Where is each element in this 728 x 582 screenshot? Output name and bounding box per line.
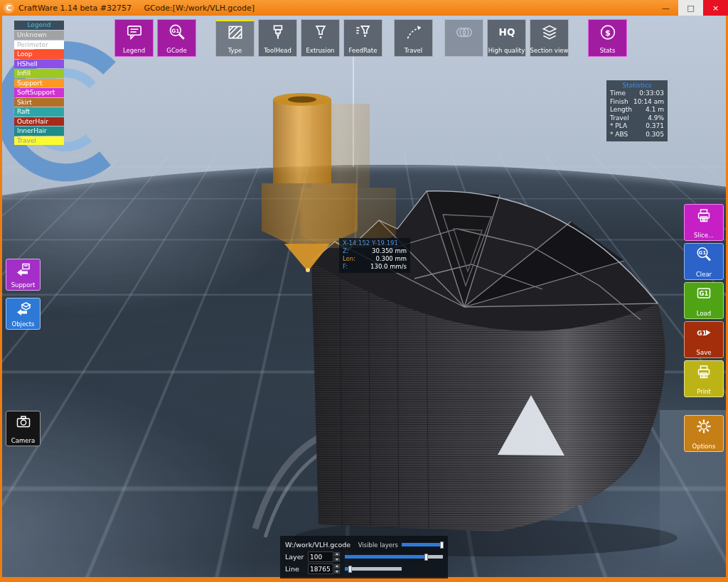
button-label: High quality — [488, 47, 525, 54]
section-layers-icon — [540, 23, 559, 42]
load-button[interactable]: G1 Load — [684, 282, 724, 319]
print-button[interactable]: Print — [684, 360, 724, 397]
extrusion-icon — [311, 23, 330, 42]
legend-item[interactable]: Perimeter — [14, 41, 64, 50]
tooltip-row: Z: 30.350 mm — [343, 247, 407, 255]
legend-icon — [125, 23, 144, 42]
gcode-file-path: W:/work/VLH.gcode — [285, 541, 358, 549]
button-label: FeedRate — [349, 47, 378, 54]
legend-item[interactable]: Travel — [14, 136, 64, 146]
slider-handle[interactable] — [424, 554, 428, 561]
high-quality-button[interactable]: HQ High quality — [487, 19, 526, 57]
layer-slider[interactable] — [345, 555, 443, 559]
layer-rings-icon — [455, 23, 473, 42]
button-label: ToolHead — [264, 47, 291, 54]
print-printer-icon — [695, 363, 712, 380]
spin-up-button[interactable] — [333, 564, 341, 569]
maximize-button[interactable]: □ — [678, 0, 703, 16]
type-hatch-icon — [226, 23, 245, 42]
visible-layers-label: Visible layers — [358, 541, 398, 549]
support-button[interactable]: Support — [6, 259, 41, 291]
section-view-button[interactable]: Section view — [530, 19, 569, 57]
support-back-icon — [15, 262, 32, 279]
spin-down-button[interactable] — [333, 569, 341, 575]
svg-text:G1: G1 — [171, 28, 179, 34]
button-label: Section view — [530, 47, 569, 54]
layer-spinner — [333, 551, 341, 562]
tooltip-row: Len: 0.300 mm — [343, 255, 407, 263]
legend-panel: Legend Unknown Perimeter Loop HShell Inf… — [14, 21, 64, 145]
tooltip-rows: Z: 30.350 mm Len: 0.300 mm F: 130.0 mm/s — [343, 247, 407, 271]
extrusion-button[interactable]: Extrusion — [301, 19, 340, 57]
legend-item[interactable]: OuterHair — [14, 117, 64, 126]
svg-text:G1: G1 — [697, 330, 707, 337]
load-gcode-icon: G1 — [695, 285, 712, 302]
legend-item[interactable]: InnerHair — [14, 126, 64, 136]
spin-up-button[interactable] — [333, 551, 341, 557]
button-label: Support — [11, 281, 36, 289]
layer-input[interactable] — [308, 551, 333, 562]
window-title: CraftWare 1.14 beta #32757 GCode:[W:/wor… — [18, 4, 255, 13]
options-gear-icon — [695, 418, 712, 435]
line-input[interactable] — [308, 564, 333, 574]
camera-icon — [15, 414, 32, 431]
statistics-row: * ABS 0.305 — [610, 131, 664, 139]
button-label: Legend — [123, 47, 145, 54]
legend-title: Legend — [14, 21, 64, 30]
button-label: Travel — [405, 47, 422, 54]
stats-dollar-icon: $ — [599, 23, 617, 42]
toolhead-button[interactable]: ToolHead — [258, 19, 297, 57]
button-label: Objects — [11, 320, 34, 328]
type-button[interactable]: Type — [215, 19, 255, 57]
gcode-magnifier-icon: G1 — [168, 23, 186, 42]
slider-handle[interactable] — [348, 566, 352, 573]
legend-item[interactable]: Support — [14, 79, 64, 88]
options-button[interactable]: Options — [684, 415, 724, 452]
objects-button[interactable]: Objects — [6, 298, 41, 330]
clear-gcode-icon: G1 — [695, 246, 712, 263]
camera-button[interactable]: Camera — [6, 411, 41, 446]
legend-item[interactable]: HShell — [14, 60, 64, 69]
save-button[interactable]: G1 Save — [684, 321, 724, 358]
button-label: Load — [697, 310, 711, 317]
button-label: Slice... — [694, 232, 714, 239]
line-slider[interactable] — [345, 567, 402, 571]
statistics-row: Length 4.1 m — [610, 106, 664, 114]
tooltip-row: F: 130.0 mm/s — [343, 263, 407, 271]
stats-button[interactable]: $ Stats — [588, 19, 627, 57]
legend-button[interactable]: Legend — [114, 19, 154, 57]
window-controls: — □ × — [653, 0, 728, 16]
feedrate-icon — [354, 23, 373, 42]
button-label: Clear — [696, 271, 712, 278]
statistics-row: Travel 4.9% — [610, 114, 664, 123]
app-title: CraftWare 1.14 beta #32757 — [18, 4, 132, 13]
legend-item[interactable]: Raft — [14, 107, 64, 117]
button-label: Camera — [11, 437, 35, 444]
craftware-window: { "window": { "app_icon": "C", "title": … — [0, 0, 728, 582]
travel-path-icon — [405, 23, 423, 42]
slider-handle[interactable] — [440, 541, 444, 549]
clear-button[interactable]: G1 Clear — [684, 243, 724, 280]
svg-text:HQ: HQ — [498, 26, 515, 38]
gcode-hover-tooltip: X-14.152 Y-19.191 Z: 30.350 mm Len: 0.30… — [339, 238, 410, 273]
travel-button[interactable]: Travel — [394, 19, 433, 57]
legend-item[interactable]: Infill — [14, 69, 64, 78]
legend-item[interactable]: Loop — [14, 50, 64, 59]
legend-item[interactable]: SoftSupport — [14, 88, 64, 97]
button-label: Options — [692, 443, 716, 450]
minimize-button[interactable]: — — [653, 0, 678, 16]
save-gcode-icon: G1 — [695, 324, 712, 341]
legend-item[interactable]: Unknown — [14, 31, 64, 40]
statistics-row: Time 0:33:03 — [610, 90, 664, 98]
line-spinner — [333, 564, 341, 574]
legend-item[interactable]: Skirt — [14, 98, 64, 107]
visible-layers-slider[interactable] — [402, 543, 443, 546]
titlebar: C CraftWare 1.14 beta #32757 GCode:[W:/w… — [0, 0, 728, 16]
button-label: Stats — [600, 47, 616, 54]
statistics-rows: Time 0:33:03 Finish 10:14 am Length 4.1 … — [610, 90, 664, 139]
feedrate-button[interactable]: FeedRate — [343, 19, 382, 57]
spin-down-button[interactable] — [333, 557, 341, 563]
gcode-button[interactable]: G1 GCode — [157, 19, 196, 57]
close-button[interactable]: × — [703, 0, 728, 16]
slice-button[interactable]: Slice... — [684, 204, 724, 241]
